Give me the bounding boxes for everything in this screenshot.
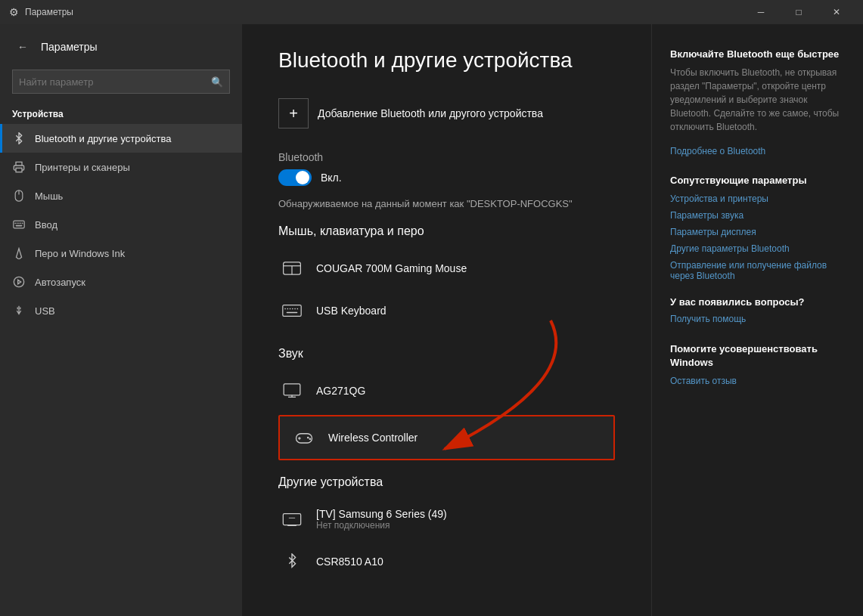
bluetooth-icon	[12, 132, 26, 145]
minimize-button[interactable]: ─	[743, 0, 778, 24]
sidebar-section-title: Устройства	[0, 100, 242, 124]
mouse-icon	[12, 189, 26, 203]
discoverable-text: Обнаруживаемое на данный момент как "DES…	[278, 198, 615, 209]
titlebar-left: ⚙ Параметры	[9, 6, 73, 18]
right-related-link-3[interactable]: Другие параметры Bluetooth	[670, 243, 845, 254]
svg-rect-31	[283, 514, 300, 525]
close-button[interactable]: ✕	[819, 0, 854, 24]
device-ag271qg[interactable]: AG271QG	[278, 370, 615, 412]
tv-device-icon	[278, 506, 306, 533]
search-icon[interactable]: 🔍	[205, 70, 229, 94]
usb-icon	[12, 304, 26, 317]
titlebar-controls: ─ □ ✕	[743, 0, 854, 24]
device-cougar-mouse[interactable]: COUGAR 700M Gaming Mouse	[278, 247, 615, 289]
svg-marker-11	[18, 280, 21, 283]
device-wireless-controller-name: Wireless Controller	[328, 432, 603, 444]
device-samsung-tv[interactable]: [TV] Samsung 6 Series (49) Нет подключен…	[278, 498, 615, 540]
device-samsung-tv-name: [TV] Samsung 6 Series (49)	[316, 508, 615, 520]
right-improve-link[interactable]: Оставить отзыв	[670, 376, 845, 386]
main-container: ← Параметры 🔍 Устройства Bluetooth и дру…	[0, 24, 863, 616]
sidebar-item-input-label: Ввод	[35, 219, 57, 231]
page-title: Bluetooth и другие устройства	[278, 48, 615, 73]
content-inner: Bluetooth и другие устройства + Добавлен…	[278, 48, 615, 583]
device-wireless-controller-info: Wireless Controller	[328, 432, 603, 444]
right-tip-link[interactable]: Подробнее о Bluetooth	[670, 146, 845, 156]
sidebar-item-mouse[interactable]: Мышь	[0, 181, 242, 210]
bluetooth-toggle[interactable]	[278, 169, 312, 186]
add-device-button[interactable]: + Добавление Bluetooth или другого устро…	[278, 91, 615, 136]
right-tip-text: Чтобы включить Bluetooth, не открывая ра…	[670, 66, 845, 134]
autorun-icon	[12, 275, 26, 289]
right-qa-title: У вас появились вопросы?	[670, 296, 845, 308]
sidebar-item-bluetooth[interactable]: Bluetooth и другие устройства	[0, 124, 242, 153]
mouse-device-icon	[278, 255, 306, 282]
device-wireless-controller[interactable]: Wireless Controller	[278, 415, 615, 460]
section-sound: Звук	[278, 347, 615, 361]
keyboard-icon	[12, 218, 26, 231]
bluetooth-device-icon	[278, 548, 306, 575]
right-panel: Включайте Bluetooth еще быстрее Чтобы вк…	[651, 24, 863, 616]
sidebar-item-usb[interactable]: USB	[0, 296, 242, 325]
sidebar-item-mouse-label: Мышь	[35, 190, 63, 202]
device-csr8510-name: CSR8510 A10	[316, 556, 615, 568]
svg-rect-3	[14, 221, 24, 228]
bluetooth-state: Вкл.	[321, 172, 342, 184]
titlebar: ⚙ Параметры ─ □ ✕	[0, 0, 863, 24]
device-cougar-mouse-info: COUGAR 700M Gaming Mouse	[316, 262, 615, 274]
back-button[interactable]: ←	[12, 36, 33, 57]
sidebar-app-title: Параметры	[41, 41, 98, 53]
sidebar: ← Параметры 🔍 Устройства Bluetooth и дру…	[0, 24, 242, 616]
search-input[interactable]	[13, 76, 205, 88]
sidebar-item-autorun-label: Автозапуск	[35, 277, 85, 288]
sidebar-item-autorun[interactable]: Автозапуск	[0, 268, 242, 296]
right-improve-title: Помогите усовершенствовать Windows	[670, 342, 845, 370]
device-cougar-mouse-name: COUGAR 700M Gaming Mouse	[316, 262, 615, 274]
pen-icon	[12, 246, 26, 260]
monitor-device-icon	[278, 377, 306, 404]
content-area: Bluetooth и другие устройства + Добавлен…	[242, 24, 651, 616]
add-device-label: Добавление Bluetooth или другого устройс…	[318, 107, 543, 119]
device-samsung-tv-info: [TV] Samsung 6 Series (49) Нет подключен…	[316, 508, 615, 531]
device-csr8510-info: CSR8510 A10	[316, 556, 615, 568]
maximize-button[interactable]: □	[781, 0, 816, 24]
sidebar-item-input[interactable]: Ввод	[0, 210, 242, 239]
toggle-row: Вкл.	[278, 169, 615, 186]
toggle-knob	[296, 171, 309, 184]
sidebar-item-printers-label: Принтеры и сканеры	[35, 162, 130, 173]
device-usb-keyboard-info: USB Keyboard	[316, 305, 615, 317]
device-usb-keyboard[interactable]: USB Keyboard	[278, 289, 615, 332]
right-related-link-2[interactable]: Параметры дисплея	[670, 227, 845, 237]
right-related-link-1[interactable]: Параметры звука	[670, 210, 845, 221]
sidebar-item-usb-label: USB	[35, 305, 55, 317]
sidebar-item-pen-label: Перо и Windows Ink	[35, 248, 125, 259]
device-csr8510[interactable]: CSR8510 A10	[278, 540, 615, 583]
svg-rect-15	[283, 305, 301, 317]
svg-rect-23	[284, 384, 300, 395]
right-related-link-0[interactable]: Устройства и принтеры	[670, 193, 845, 204]
svg-point-10	[14, 277, 23, 286]
printer-icon	[12, 160, 26, 174]
device-ag271qg-name: AG271QG	[316, 385, 615, 397]
sidebar-item-printers[interactable]: Принтеры и сканеры	[0, 153, 242, 181]
svg-point-29	[307, 437, 309, 439]
device-ag271qg-info: AG271QG	[316, 385, 615, 397]
right-qa-link[interactable]: Получить помощь	[670, 314, 845, 324]
add-icon: +	[278, 98, 309, 128]
section-other-devices: Другие устройства	[278, 475, 615, 489]
bluetooth-label: Bluetooth	[278, 151, 615, 163]
settings-icon: ⚙	[9, 6, 19, 18]
device-usb-keyboard-name: USB Keyboard	[316, 305, 615, 317]
sidebar-item-pen[interactable]: Перо и Windows Ink	[0, 239, 242, 268]
keyboard-device-icon	[278, 297, 306, 324]
sidebar-header: ← Параметры	[0, 24, 242, 63]
search-box: 🔍	[12, 70, 230, 94]
titlebar-title: Параметры	[25, 7, 73, 17]
right-tip-title: Включайте Bluetooth еще быстрее	[670, 48, 845, 60]
svg-point-30	[309, 438, 312, 440]
controller-device-icon	[290, 424, 318, 451]
section-mouse-keyboard-pen: Мышь, клавиатура и перо	[278, 224, 615, 238]
bluetooth-section: Bluetooth Вкл. Обнаруживаемое на данный …	[278, 151, 615, 209]
device-samsung-tv-sub: Нет подключения	[316, 520, 615, 531]
sidebar-item-bluetooth-label: Bluetooth и другие устройства	[35, 133, 171, 144]
right-related-link-4[interactable]: Отправление или получение файлов через B…	[670, 260, 845, 281]
